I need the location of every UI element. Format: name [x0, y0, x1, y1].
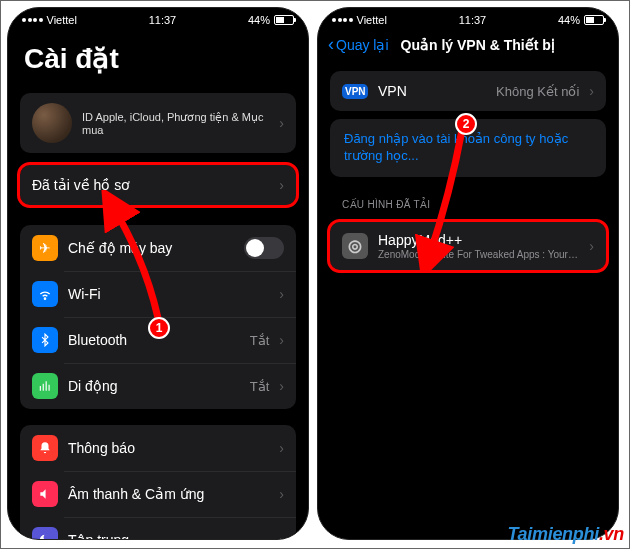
chevron-right-icon: › — [279, 486, 284, 502]
vpn-row[interactable]: VPN VPN Không Kết nối › — [330, 71, 606, 111]
battery-pct: 44% — [558, 14, 580, 26]
apple-id-row[interactable]: ID Apple, iCloud, Phương tiện & Mục mua … — [20, 93, 296, 153]
vpn-label: VPN — [378, 83, 486, 99]
focus-row[interactable]: Tập trung › — [20, 517, 296, 540]
battery-pct: 44% — [248, 14, 270, 26]
cellular-row[interactable]: Di động Tắt › — [20, 363, 296, 409]
back-button[interactable]: ‹ Quay lại — [328, 34, 389, 55]
status-bar: Viettel 11:37 44% — [318, 8, 618, 28]
status-bar: Viettel 11:37 44% — [8, 8, 308, 28]
apple-id-subtitle: ID Apple, iCloud, Phương tiện & Mục mua — [82, 111, 269, 136]
chevron-right-icon: › — [279, 177, 284, 193]
avatar — [32, 103, 72, 143]
chevron-left-icon: ‹ — [328, 34, 334, 55]
annotation-badge-2: 2 — [455, 113, 477, 135]
bluetooth-icon — [32, 327, 58, 353]
signal-icon — [22, 18, 43, 22]
sounds-label: Âm thanh & Cảm ứng — [68, 486, 269, 502]
profile-icon: ◎ — [342, 233, 368, 259]
signal-icon — [332, 18, 353, 22]
sounds-row[interactable]: Âm thanh & Cảm ứng › — [20, 471, 296, 517]
nav-title: Quản lý VPN & Thiết bị — [401, 37, 555, 53]
back-label: Quay lại — [336, 37, 389, 53]
battery-icon — [584, 15, 604, 25]
annotation-arrow-2 — [410, 125, 490, 270]
watermark-b: .vn — [599, 524, 624, 544]
carrier-label: Viettel — [357, 14, 387, 26]
chevron-right-icon: › — [279, 532, 284, 540]
notifications-row[interactable]: Thông báo › — [20, 425, 296, 471]
chevron-right-icon: › — [589, 238, 594, 254]
vpn-status: Không Kết nối — [496, 84, 579, 99]
annotation-badge-1: 1 — [148, 317, 170, 339]
bell-icon — [32, 435, 58, 461]
cellular-icon — [32, 373, 58, 399]
chevron-right-icon: › — [279, 378, 284, 394]
speaker-icon — [32, 481, 58, 507]
phone-right: Viettel 11:37 44% ‹ Quay lại Quản lý VPN… — [317, 7, 619, 540]
svg-point-0 — [44, 298, 45, 299]
vpn-icon: VPN — [342, 84, 368, 99]
battery-icon — [274, 15, 294, 25]
cellular-detail: Tắt — [250, 379, 270, 394]
airplane-toggle[interactable] — [244, 237, 284, 259]
wifi-icon — [32, 281, 58, 307]
airplane-icon: ✈ — [32, 235, 58, 261]
chevron-right-icon: › — [589, 83, 594, 99]
chevron-right-icon: › — [279, 286, 284, 302]
watermark-a: Taimienphi — [508, 524, 599, 544]
focus-label: Tập trung — [68, 532, 269, 540]
chevron-right-icon: › — [279, 115, 284, 131]
clock-label: 11:37 — [149, 14, 177, 26]
watermark: Taimienphi.vn — [508, 524, 624, 545]
bluetooth-detail: Tắt — [250, 333, 270, 348]
annotation-arrow-1 — [90, 190, 180, 330]
clock-label: 11:37 — [459, 14, 487, 26]
moon-icon — [32, 527, 58, 540]
chevron-right-icon: › — [279, 440, 284, 456]
cellular-label: Di động — [68, 378, 240, 394]
chevron-right-icon: › — [279, 332, 284, 348]
page-title: Cài đặt — [8, 28, 308, 85]
carrier-label: Viettel — [47, 14, 77, 26]
notifications-label: Thông báo — [68, 440, 269, 456]
